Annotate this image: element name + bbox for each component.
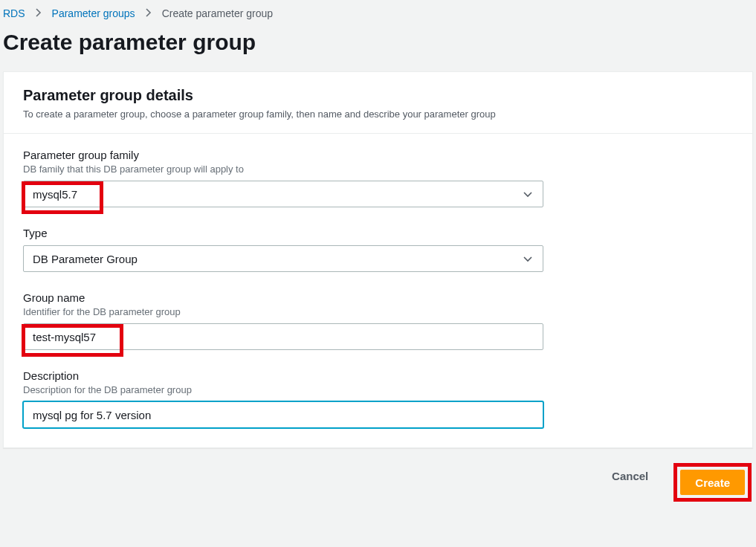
panel-title: Parameter group details bbox=[23, 87, 733, 104]
parameter-group-family-select[interactable]: mysql5.7 bbox=[23, 181, 543, 207]
breadcrumb: RDS Parameter groups Create parameter gr… bbox=[0, 0, 756, 27]
field-description: Description Description for the DB param… bbox=[23, 369, 733, 428]
field-help: DB family that this DB parameter group w… bbox=[23, 164, 733, 175]
chevron-right-icon bbox=[146, 7, 152, 19]
field-group-name: Group name Identifier for the DB paramet… bbox=[23, 291, 733, 350]
caret-down-icon bbox=[523, 187, 532, 201]
create-button[interactable]: Create bbox=[680, 470, 745, 495]
select-value: mysql5.7 bbox=[33, 188, 77, 201]
breadcrumb-rds[interactable]: RDS bbox=[3, 7, 25, 19]
panel-body: Parameter group family DB family that th… bbox=[4, 134, 752, 447]
highlight-box: Create bbox=[673, 463, 752, 502]
description-input[interactable] bbox=[23, 401, 543, 428]
field-help: Identifier for the DB parameter group bbox=[23, 306, 733, 317]
field-help: Description for the DB parameter group bbox=[23, 384, 733, 395]
panel-header: Parameter group details To create a para… bbox=[4, 72, 752, 134]
field-label: Parameter group family bbox=[23, 149, 733, 161]
field-label: Type bbox=[23, 227, 733, 239]
chevron-right-icon bbox=[36, 7, 42, 19]
breadcrumb-current: Create parameter group bbox=[162, 7, 273, 19]
field-label: Description bbox=[23, 369, 733, 382]
group-name-input[interactable] bbox=[23, 323, 543, 350]
breadcrumb-parameter-groups[interactable]: Parameter groups bbox=[52, 7, 135, 19]
panel-description: To create a parameter group, choose a pa… bbox=[23, 109, 733, 120]
caret-down-icon bbox=[523, 252, 532, 265]
field-type: Type DB Parameter Group bbox=[23, 227, 733, 272]
page-title: Create parameter group bbox=[0, 27, 756, 71]
cancel-button[interactable]: Cancel bbox=[597, 463, 663, 488]
parameter-group-panel: Parameter group details To create a para… bbox=[3, 71, 753, 448]
footer-actions: Cancel Create bbox=[0, 448, 756, 502]
type-select[interactable]: DB Parameter Group bbox=[23, 245, 543, 272]
field-parameter-group-family: Parameter group family DB family that th… bbox=[23, 149, 733, 207]
field-label: Group name bbox=[23, 291, 733, 304]
select-value: DB Parameter Group bbox=[33, 253, 138, 265]
